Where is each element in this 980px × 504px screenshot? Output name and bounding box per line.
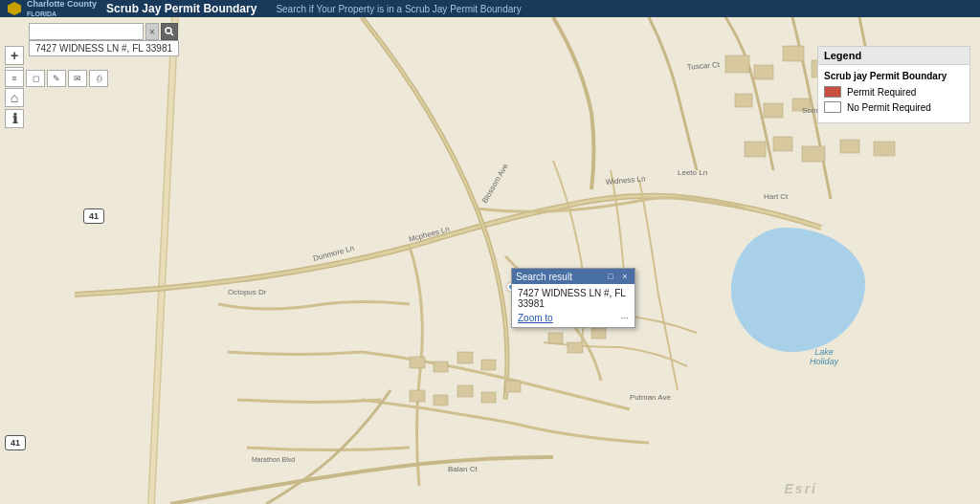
- svg-text:Tuscar Ct: Tuscar Ct: [686, 60, 721, 72]
- svg-rect-27: [457, 352, 473, 363]
- page-title: Scrub Jay Permit Boundary: [106, 2, 256, 15]
- svg-point-46: [166, 28, 171, 33]
- svg-rect-33: [505, 381, 521, 392]
- svg-text:Blossom Ave: Blossom Ave: [480, 162, 510, 205]
- svg-text:Hart Ct: Hart Ct: [764, 192, 789, 201]
- toolbar-btn-0[interactable]: ≡: [5, 70, 24, 87]
- toolbar-btn-1[interactable]: ◻: [26, 70, 45, 87]
- svg-rect-30: [434, 395, 448, 405]
- svg-rect-14: [745, 142, 766, 157]
- svg-rect-16: [802, 146, 825, 162]
- svg-text:Leeto Ln: Leeto Ln: [678, 168, 707, 177]
- svg-text:Balan Ct: Balan Ct: [448, 465, 478, 473]
- legend-section-title: Scrub jay Permit Boundary: [824, 71, 964, 81]
- info-button[interactable]: ℹ: [5, 109, 24, 128]
- popup-close-button[interactable]: ×: [619, 271, 631, 282]
- legend-header: Legend: [818, 47, 969, 65]
- highway-badge-41-upper: 41: [83, 208, 104, 224]
- legend-item-permit-required: Permit Required: [824, 86, 964, 98]
- svg-text:Marathon Blvd: Marathon Blvd: [252, 456, 295, 463]
- svg-rect-25: [410, 357, 425, 368]
- toolbar-btn-3[interactable]: ✉: [68, 70, 87, 87]
- county-name: Charlotte CountyFLORIDA: [27, 0, 97, 18]
- address-suggestion[interactable]: 7427 WIDNESS LN #, FL 33981: [29, 40, 179, 56]
- search-result-popup: Search result □ × 7427 WIDNESS LN #, FL …: [511, 268, 635, 328]
- legend-swatch-white: [824, 101, 841, 113]
- map-container[interactable]: Mcphees Ln Blossom Ave Widness Ln Putman…: [0, 17, 980, 504]
- svg-rect-29: [410, 390, 425, 402]
- popup-minimize-button[interactable]: □: [605, 271, 616, 282]
- popup-address: 7427 WIDNESS LN #, FL 33981: [518, 288, 629, 309]
- popup-footer: Zoom to ···: [518, 313, 629, 323]
- svg-rect-18: [874, 142, 895, 156]
- search-icon: [165, 27, 174, 36]
- search-clear-button[interactable]: ×: [145, 23, 159, 40]
- app-header: Charlotte CountyFLORIDA Scrub Jay Permit…: [0, 0, 980, 17]
- svg-rect-32: [481, 392, 496, 403]
- svg-rect-28: [481, 360, 496, 370]
- svg-line-47: [171, 33, 174, 36]
- lake-label: LakeHoliday: [810, 347, 838, 366]
- header-subtitle: Search if Your Property is in a Scrub Ja…: [276, 4, 521, 14]
- svg-rect-24: [591, 328, 606, 339]
- popup-more-button[interactable]: ···: [621, 313, 629, 323]
- popup-title: Search result: [516, 272, 572, 282]
- popup-actions: □ ×: [605, 271, 631, 282]
- legend-content: Scrub jay Permit Boundary Permit Require…: [818, 65, 969, 122]
- county-logo-icon: [8, 2, 21, 15]
- map-watermark: Esri: [785, 481, 817, 496]
- svg-text:Octopus Dr: Octopus Dr: [228, 288, 267, 296]
- home-button[interactable]: ⌂: [5, 88, 24, 107]
- legend-swatch-red: [824, 86, 841, 98]
- zoom-in-button[interactable]: +: [5, 46, 24, 65]
- svg-rect-22: [548, 333, 563, 343]
- popup-header: Search result □ ×: [512, 269, 635, 284]
- search-box: 7427 widness ×: [29, 23, 178, 40]
- svg-rect-4: [783, 46, 804, 61]
- popup-body: 7427 WIDNESS LN #, FL 33981 Zoom to ···: [512, 284, 635, 327]
- legend-item-no-permit: No Permit Required: [824, 101, 964, 113]
- legend-item-no-permit-label: No Permit Required: [847, 102, 931, 113]
- map-toolbar: ≡ ◻ ✎ ✉ ⎙: [5, 70, 108, 87]
- search-go-button[interactable]: [161, 23, 178, 40]
- svg-rect-23: [568, 342, 583, 353]
- map-controls: + − ⌂ ℹ: [5, 46, 24, 128]
- svg-rect-17: [840, 140, 859, 153]
- legend-item-permit-required-label: Permit Required: [847, 87, 916, 98]
- svg-text:Putman Ave: Putman Ave: [630, 393, 672, 402]
- svg-rect-2: [725, 55, 749, 73]
- svg-rect-8: [735, 94, 752, 107]
- highway-badge-41-lower: 41: [5, 435, 26, 450]
- svg-rect-3: [754, 65, 773, 79]
- search-input[interactable]: 7427 widness: [29, 23, 144, 40]
- toolbar-btn-4[interactable]: ⎙: [89, 70, 108, 87]
- svg-rect-15: [773, 137, 792, 151]
- toolbar-btn-2[interactable]: ✎: [47, 70, 66, 87]
- svg-rect-31: [457, 385, 473, 397]
- svg-rect-9: [764, 103, 783, 118]
- logo-area: Charlotte CountyFLORIDA Scrub Jay Permit…: [8, 0, 256, 18]
- legend-panel: Legend Scrub jay Permit Boundary Permit …: [817, 46, 970, 123]
- svg-line-1: [151, 17, 175, 504]
- popup-zoom-link[interactable]: Zoom to: [518, 313, 553, 323]
- svg-rect-26: [434, 362, 448, 372]
